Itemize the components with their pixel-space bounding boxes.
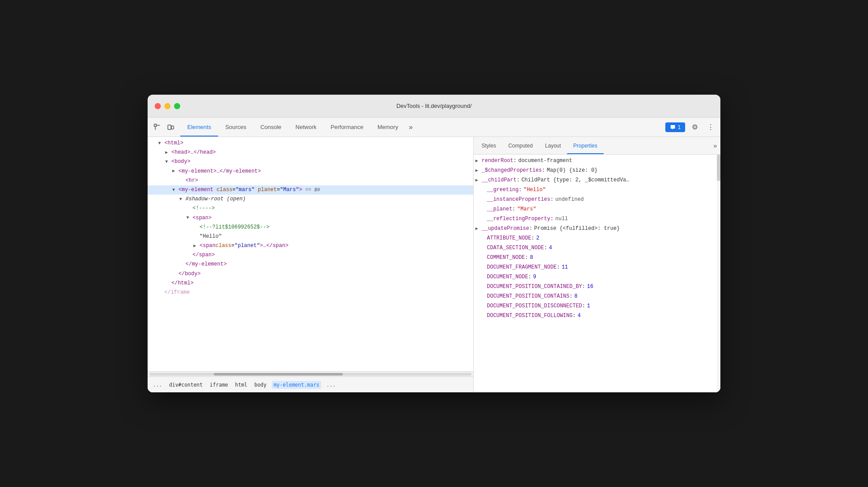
- tab-memory[interactable]: Memory: [371, 118, 405, 137]
- dom-line-body-close[interactable]: </body>: [148, 269, 473, 279]
- right-tabs: Styles Computed Layout Properties »: [474, 137, 720, 155]
- prop-DOCUMENT_POSITION_FOLLOWING[interactable]: DOCUMENT_POSITION_FOLLOWING : 4: [474, 311, 720, 321]
- triangle-lit-comment: [193, 224, 199, 231]
- triangle-shadow-root: ▼: [179, 196, 185, 203]
- svg-rect-3: [168, 125, 171, 129]
- right-panel: Styles Computed Layout Properties »: [474, 137, 720, 392]
- tab-network[interactable]: Network: [289, 118, 324, 137]
- dom-line-hello[interactable]: "Hello": [148, 232, 473, 241]
- triangle-hello: [193, 233, 199, 240]
- prop-childPart[interactable]: ▶ __childPart : ChildPart {type: 2, _$co…: [474, 176, 720, 185]
- tab-sources[interactable]: Sources: [218, 118, 253, 137]
- triangle-body-close: [172, 270, 178, 277]
- dom-line-span-planet[interactable]: ▶ <span class="planet" >…</span>: [148, 241, 473, 251]
- right-scrollbar-thumb[interactable]: [717, 155, 720, 181]
- breadcrumb-body[interactable]: body: [252, 381, 268, 389]
- prop-DOCUMENT_POSITION_CONTAINED_BY[interactable]: DOCUMENT_POSITION_CONTAINED_BY : 16: [474, 282, 720, 292]
- triangle-hr: [179, 177, 185, 184]
- breadcrumb-html[interactable]: html: [234, 381, 249, 389]
- dom-line-span-1[interactable]: ▼ <span>: [148, 214, 473, 223]
- expand-icon-empty: [481, 303, 486, 310]
- prop-DOCUMENT_FRAGMENT_NODE[interactable]: DOCUMENT_FRAGMENT_NODE : 11: [474, 263, 720, 273]
- scrollbar-track[interactable]: [149, 373, 471, 376]
- tab-computed[interactable]: Computed: [502, 137, 539, 154]
- prop-greeting[interactable]: __greeting : "Hello": [474, 185, 720, 195]
- expand-icon: ▶: [475, 167, 481, 175]
- tab-console[interactable]: Console: [253, 118, 289, 137]
- prop-instanceProperties[interactable]: __instanceProperties : undefined: [474, 195, 720, 205]
- horizontal-scrollbar[interactable]: [148, 371, 473, 376]
- prop-DOCUMENT_NODE[interactable]: DOCUMENT_NODE : 9: [474, 273, 720, 282]
- prop-DOCUMENT_POSITION_DISCONNECTED[interactable]: DOCUMENT_POSITION_DISCONNECTED : 1: [474, 302, 720, 311]
- triangle-html-close: [165, 280, 171, 287]
- dom-line-lit-comment[interactable]: <!--?lit$106992652$-->: [148, 223, 473, 232]
- properties-content[interactable]: ▶ renderRoot : document-fragment ▶ _$cha…: [474, 155, 720, 392]
- dom-line-html[interactable]: ▼ <html>: [148, 139, 473, 148]
- prop-renderRoot[interactable]: ▶ renderRoot : document-fragment: [474, 156, 720, 166]
- breadcrumb-more[interactable]: ...: [151, 381, 164, 389]
- breadcrumb: ... div#content iframe html body my-elem…: [148, 376, 473, 392]
- tab-elements[interactable]: Elements: [180, 118, 218, 137]
- svg-rect-4: [171, 126, 174, 129]
- close-button[interactable]: [155, 103, 161, 109]
- window-title: DevTools - lit.dev/playground/: [397, 103, 472, 109]
- expand-icon: ▶: [475, 177, 481, 184]
- breadcrumb-end-more[interactable]: ...: [325, 381, 338, 389]
- dom-line-comment-1[interactable]: <!---->: [148, 204, 473, 213]
- dom-line-head[interactable]: ▶ <head>…</head>: [148, 148, 473, 157]
- more-button[interactable]: ⋮: [705, 121, 717, 133]
- right-scrollbar[interactable]: [717, 155, 720, 392]
- dom-line-span-close[interactable]: </span>: [148, 251, 473, 260]
- chat-button[interactable]: 1: [665, 122, 685, 132]
- inspect-element-button[interactable]: [151, 121, 163, 133]
- prop-CDATA_SECTION_NODE[interactable]: CDATA_SECTION_NODE : 4: [474, 244, 720, 253]
- scrollbar-thumb[interactable]: [214, 373, 342, 376]
- breadcrumb-div-content[interactable]: div#content: [167, 381, 204, 389]
- traffic-lights: [155, 103, 180, 109]
- devtools-window: DevTools - lit.dev/playground/ Elements: [148, 95, 720, 392]
- dom-tree[interactable]: ▼ <html> ▶ <head>…</head> ▼ <body> ▶ <my…: [148, 137, 473, 371]
- tab-performance[interactable]: Performance: [323, 118, 370, 137]
- triangle-body: ▼: [165, 159, 171, 166]
- expand-icon-empty: [481, 215, 486, 223]
- dom-line-shadow-root[interactable]: ▼ #shadow-root (open): [148, 195, 473, 204]
- prop-DOCUMENT_POSITION_CONTAINS[interactable]: DOCUMENT_POSITION_CONTAINS : 8: [474, 292, 720, 302]
- breadcrumb-iframe[interactable]: iframe: [208, 381, 230, 389]
- tab-properties[interactable]: Properties: [567, 137, 604, 154]
- toolbar-icons: [151, 121, 177, 133]
- prop-ATTRIBUTE_NODE[interactable]: ATTRIBUTE_NODE : 2: [474, 234, 720, 244]
- dom-line-body[interactable]: ▼ <body>: [148, 157, 473, 166]
- tab-layout[interactable]: Layout: [539, 137, 567, 154]
- prop-COMMENT_NODE[interactable]: COMMENT_NODE : 8: [474, 253, 720, 263]
- expand-icon-empty: [481, 264, 486, 272]
- expand-icon-empty: [481, 283, 486, 291]
- dom-line-html-close[interactable]: </html>: [148, 279, 473, 288]
- prop-reflectingProperty[interactable]: __reflectingProperty : null: [474, 214, 720, 224]
- maximize-button[interactable]: [174, 103, 180, 109]
- toolbar-right: 1 ⚙ ⋮: [665, 121, 717, 133]
- prop-updatePromise[interactable]: ▶ __updatePromise : Promise {<fulfilled>…: [474, 224, 720, 234]
- prop-changedProperties[interactable]: ▶ _$changedProperties : Map(0) {size: 0}: [474, 166, 720, 176]
- dom-line-selected[interactable]: ▼ <my-element class="mars" planet="Mars"…: [148, 185, 473, 195]
- expand-icon-empty: [481, 254, 486, 262]
- device-toggle-button[interactable]: [164, 121, 177, 133]
- main-toolbar: Elements Sources Console Network Perform…: [148, 118, 720, 137]
- triangle-span-planet: ▶: [193, 243, 199, 250]
- breadcrumb-my-element[interactable]: my-element.mars: [272, 381, 321, 389]
- main-content: ▼ <html> ▶ <head>…</head> ▼ <body> ▶ <my…: [148, 137, 720, 392]
- tab-styles[interactable]: Styles: [475, 137, 502, 154]
- expand-icon: ▶: [475, 225, 481, 233]
- expand-icon-empty: [481, 244, 486, 252]
- triangle-html: ▼: [158, 140, 163, 147]
- settings-button[interactable]: ⚙: [689, 121, 701, 133]
- dom-line-my-element-close[interactable]: </my-element>: [148, 260, 473, 269]
- dom-line-iframe-close[interactable]: </iframe: [148, 288, 473, 297]
- right-tabs-more[interactable]: »: [713, 142, 717, 149]
- dom-line-my-element-1[interactable]: ▶ <my-element>…</my-element>: [148, 167, 473, 176]
- dom-line-hr[interactable]: <hr>: [148, 176, 473, 185]
- expand-icon-empty: [481, 196, 486, 204]
- prop-planet[interactable]: __planet : "Mars": [474, 205, 720, 214]
- minimize-button[interactable]: [164, 103, 171, 109]
- expand-icon-empty: [481, 293, 486, 301]
- more-tabs-button[interactable]: »: [405, 118, 416, 137]
